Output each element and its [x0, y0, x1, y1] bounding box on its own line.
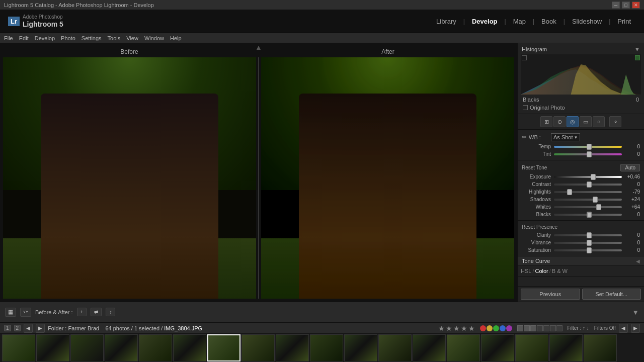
nav-develop[interactable]: Develop	[467, 16, 503, 27]
star-5[interactable]: ★	[468, 324, 475, 332]
thumb-9[interactable]	[276, 334, 309, 361]
adjustment-brush-tool[interactable]: ⚬	[609, 116, 621, 127]
nav-book[interactable]: Book	[536, 16, 561, 27]
star-4[interactable]: ★	[461, 324, 467, 332]
tint-slider-track[interactable]	[554, 153, 622, 155]
contrast-slider-track[interactable]	[554, 184, 622, 186]
dropdown-arrow[interactable]: ▼	[632, 308, 639, 316]
panel-collapse-top[interactable]: ▲	[255, 43, 262, 51]
flag-btn-1[interactable]	[517, 325, 523, 331]
grid-view-button[interactable]: ▦	[5, 308, 16, 317]
saturation-slider-track[interactable]	[554, 249, 622, 251]
menu-photo[interactable]: Photo	[61, 35, 75, 41]
menu-help[interactable]: Help	[170, 35, 182, 41]
red-eye-tool[interactable]: ◎	[567, 116, 579, 127]
graduated-filter-tool[interactable]: ▭	[580, 116, 592, 127]
bw-tab[interactable]: B & W	[552, 268, 568, 274]
original-photo-checkbox[interactable]	[523, 105, 528, 110]
green-label[interactable]	[493, 325, 499, 331]
thumb-8[interactable]	[242, 334, 275, 361]
nav-print[interactable]: Print	[612, 16, 636, 27]
contrast-slider-thumb[interactable]	[587, 182, 592, 188]
thumb-14[interactable]	[447, 334, 480, 361]
histogram-dropdown-icon[interactable]: ▼	[634, 46, 640, 52]
thumb-2[interactable]	[36, 334, 69, 361]
shadows-slider-thumb[interactable]	[593, 197, 598, 203]
vibrance-slider-track[interactable]	[554, 242, 622, 244]
yellow-label[interactable]	[487, 325, 493, 331]
filter-icon-2[interactable]: ↓	[587, 325, 589, 331]
thumb-17[interactable]	[549, 334, 583, 361]
blue-label[interactable]	[500, 325, 506, 331]
flag-btn-5[interactable]	[543, 325, 549, 331]
red-label[interactable]	[480, 325, 486, 331]
flag-btn-2[interactable]	[524, 325, 530, 331]
tone-curve-header[interactable]: Tone Curve ◀	[518, 256, 644, 265]
thumb-12[interactable]	[378, 334, 412, 361]
menu-develop[interactable]: Develop	[35, 35, 55, 41]
wb-dropdown[interactable]: As Shot ▼	[551, 133, 580, 141]
blacks-slider-track[interactable]	[554, 214, 622, 216]
set-default-button[interactable]: Set Default...	[582, 289, 641, 300]
flag-btn-4[interactable]	[537, 325, 543, 331]
vibrance-slider-thumb[interactable]	[587, 240, 592, 246]
thumb-10[interactable]	[310, 334, 343, 361]
tone-curve-collapse-icon[interactable]: ◀	[636, 258, 640, 264]
reset-tone-label[interactable]: Reset Tone	[522, 165, 547, 170]
reset-presence-label[interactable]: Reset Presence	[522, 224, 557, 230]
whites-slider-track[interactable]	[554, 206, 622, 208]
auto-tone-button[interactable]: Auto	[620, 164, 640, 171]
color-tab[interactable]: Color	[535, 268, 548, 274]
thumb-16[interactable]	[515, 334, 548, 361]
star-3[interactable]: ★	[453, 324, 460, 332]
menu-view[interactable]: View	[126, 35, 138, 41]
thumb-4[interactable]	[105, 334, 138, 361]
filter-icon-1[interactable]: ↑	[583, 325, 585, 331]
eyedropper-icon[interactable]: ✏	[522, 134, 527, 141]
menu-edit[interactable]: Edit	[19, 35, 29, 41]
copy-button[interactable]: ↕	[106, 308, 115, 316]
shadows-slider-track[interactable]	[554, 199, 622, 201]
temp-slider-track[interactable]	[554, 146, 622, 148]
thumb-15[interactable]	[481, 334, 514, 361]
star-1[interactable]: ★	[438, 324, 445, 332]
nav-slideshow[interactable]: Slideshow	[567, 16, 607, 27]
thumb-18[interactable]	[584, 334, 617, 361]
hist-shadow-clip[interactable]	[522, 55, 527, 60]
prev-arrow[interactable]: ◀	[24, 324, 33, 333]
hsl-tab[interactable]: HSL	[521, 268, 531, 274]
exposure-slider-thumb[interactable]	[591, 174, 596, 180]
thumb-3[interactable]	[70, 334, 104, 361]
thumb-1[interactable]	[2, 334, 35, 361]
nav-map[interactable]: Map	[508, 16, 531, 27]
saturation-slider-thumb[interactable]	[587, 247, 592, 253]
filmstrip-left-expand[interactable]: ◀	[619, 324, 628, 333]
thumb-5[interactable]	[139, 334, 172, 361]
add-before-button[interactable]: +	[77, 308, 87, 316]
purple-label[interactable]	[506, 325, 512, 331]
close-button[interactable]: ✕	[632, 2, 640, 9]
radial-filter-tool[interactable]: ○	[593, 116, 605, 127]
nav-library[interactable]: Library	[431, 16, 461, 27]
whites-slider-thumb[interactable]	[596, 204, 601, 210]
clarity-slider-thumb[interactable]	[587, 232, 592, 238]
menu-settings[interactable]: Settings	[82, 35, 102, 41]
menu-file[interactable]: File	[4, 35, 13, 41]
clarity-slider-track[interactable]	[554, 234, 622, 236]
flag-btn-3[interactable]	[530, 325, 536, 331]
flag-btn-7[interactable]	[556, 325, 562, 331]
blacks-slider-thumb[interactable]	[587, 212, 592, 218]
minimize-button[interactable]: ─	[612, 2, 620, 9]
thumb-11[interactable]	[344, 334, 377, 361]
thumb-6[interactable]	[173, 334, 206, 361]
spot-removal-tool[interactable]: ⊙	[553, 116, 566, 127]
filmstrip-right-expand[interactable]: ▶	[631, 324, 640, 333]
thumb-7[interactable]	[207, 334, 240, 361]
menu-tools[interactable]: Tools	[108, 35, 121, 41]
star-2[interactable]: ★	[446, 324, 452, 332]
swap-button[interactable]: ⇄	[91, 308, 102, 316]
temp-slider-thumb[interactable]	[587, 144, 592, 150]
previous-button[interactable]: Previous	[521, 289, 580, 300]
hist-highlight-clip[interactable]	[635, 55, 640, 60]
next-arrow[interactable]: ▶	[36, 324, 45, 333]
